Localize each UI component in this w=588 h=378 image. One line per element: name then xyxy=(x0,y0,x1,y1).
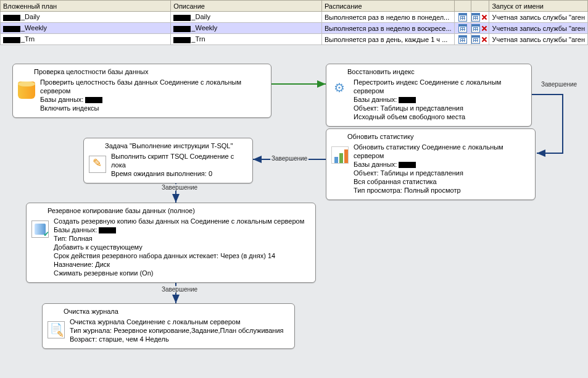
task-line: Вся собранная статистика xyxy=(354,177,529,186)
edge-label: Завершение xyxy=(540,81,578,88)
plan-desc: _Trn xyxy=(191,35,205,43)
plans-grid[interactable]: Вложенный план Описание Расписание Запус… xyxy=(0,0,588,45)
redacted-icon xyxy=(99,227,116,233)
redacted-icon xyxy=(399,97,416,103)
index-icon xyxy=(331,82,349,99)
task-line: Тип просмотра: Полный просмотр xyxy=(354,186,529,195)
task-line: Проверить целостность базы данных Соедин… xyxy=(40,78,265,95)
task-line: Назначение: Диск xyxy=(54,260,309,269)
redacted-icon xyxy=(173,15,191,21)
table-row[interactable]: _Weekly _Weekly Выполняется раз в неделю… xyxy=(1,23,588,34)
sched-text: Выполняется раз в неделю в понедел... xyxy=(321,12,454,23)
task-line: Создать резервную копию базы данных на С… xyxy=(54,217,309,225)
plan-desc: _Weekly xyxy=(191,24,217,32)
plan-desc: _Daily xyxy=(191,13,210,20)
task-line: Базы данных: xyxy=(54,226,97,233)
run-as-text: Учетная запись службы "аген xyxy=(489,34,588,45)
calendar-icon[interactable] xyxy=(458,35,467,44)
col-run-header[interactable]: Запуск от имени xyxy=(489,1,588,12)
task-title: Проверка целостности базы данных xyxy=(34,68,265,75)
delete-icon[interactable] xyxy=(480,35,489,44)
col-desc-header[interactable]: Описание xyxy=(171,1,322,12)
task-line: Базы данных: xyxy=(40,96,83,103)
redacted-icon xyxy=(3,15,20,21)
task-title: Восстановить индекс xyxy=(347,68,525,75)
task-exec-tsql[interactable]: Задача "Выполнение инструкции T-SQL" Вып… xyxy=(83,138,253,183)
task-title: Обновить статистику xyxy=(347,133,529,140)
task-line: Базы данных: xyxy=(354,161,397,168)
script-icon xyxy=(89,156,106,173)
calendar-icon xyxy=(471,24,480,33)
sched-text: Выполняется раз в день, каждые 1 ч ... xyxy=(321,34,454,45)
redacted-icon xyxy=(3,26,20,32)
stats-icon xyxy=(331,146,349,164)
edge-label: Завершение xyxy=(160,286,199,293)
task-rebuild-index[interactable]: Восстановить индекс Перестроить индекс С… xyxy=(326,64,532,127)
plan-name: _Weekly xyxy=(21,24,47,32)
redacted-icon xyxy=(3,37,20,43)
redacted-icon xyxy=(173,26,191,32)
task-line: Исходный объем свободного места xyxy=(354,112,525,121)
calendar-icon xyxy=(471,13,480,22)
table-row[interactable]: _Daily _Daily Выполняется раз в неделю в… xyxy=(1,12,588,23)
plan-name: _Trn xyxy=(21,35,35,43)
edge-label: Завершение xyxy=(270,155,308,162)
delete-icon[interactable] xyxy=(480,24,489,33)
task-backup-full[interactable]: Резервное копирование базы данных (полно… xyxy=(26,203,316,283)
task-check-integrity[interactable]: Проверка целостности базы данных Провери… xyxy=(12,64,271,118)
col-sched-header[interactable]: Расписание xyxy=(321,1,454,12)
delete-icon[interactable] xyxy=(480,13,489,22)
task-title: Резервное копирование базы данных (полно… xyxy=(48,207,309,214)
sched-text: Выполняется раз в неделю в воскресе... xyxy=(321,23,454,34)
task-line: Сжимать резервные копии (On) xyxy=(54,269,309,277)
task-title: Очистка журнала xyxy=(64,308,288,315)
backup-icon xyxy=(31,220,49,238)
plan-name: _Daily xyxy=(21,13,40,20)
cleanup-icon xyxy=(48,321,65,338)
calendar-icon[interactable] xyxy=(458,24,467,33)
task-line: Выполнить скрипт TSQL Соединение с лока xyxy=(111,152,246,169)
database-icon xyxy=(18,82,35,99)
maintenance-plan-canvas[interactable]: Завершение Завершение Завершение Заверше… xyxy=(0,45,588,372)
task-update-stats[interactable]: Обновить статистику Обновить статистику … xyxy=(326,128,536,200)
task-line: Перестроить индекс Соединение с локальны… xyxy=(354,78,525,95)
task-line: Объект: Таблицы и представления xyxy=(354,104,525,112)
task-line: Тип журнала: Резервное копирование,Задан… xyxy=(70,326,288,335)
col-del-header[interactable] xyxy=(471,1,489,12)
col-edit-header[interactable] xyxy=(454,1,471,12)
run-as-text: Учетная запись службы "аген xyxy=(489,12,588,23)
col-plan-header[interactable]: Вложенный план xyxy=(1,1,171,12)
redacted-icon xyxy=(85,97,102,103)
task-line: Добавить к существующему xyxy=(54,243,309,251)
run-as-text: Учетная запись службы "аген xyxy=(489,23,588,34)
redacted-icon xyxy=(173,37,191,43)
task-line: Базы данных: xyxy=(354,96,397,103)
task-line: Очистка журнала Соединение с локальным с… xyxy=(70,317,288,326)
redacted-icon xyxy=(399,162,416,168)
task-history-cleanup[interactable]: Очистка журнала Очистка журнала Соединен… xyxy=(42,303,295,349)
task-line: Тип: Полная xyxy=(54,234,309,243)
task-title: Задача "Выполнение инструкции T-SQL" xyxy=(105,142,246,149)
task-line: Включить индексы xyxy=(40,104,265,112)
task-line: Объект: Таблицы и представления xyxy=(354,169,529,177)
task-line: Время ожидания выполнения: 0 xyxy=(111,169,246,178)
task-line: Возраст: старше, чем 4 Недель xyxy=(70,335,288,343)
calendar-icon[interactable] xyxy=(458,13,467,22)
table-row[interactable]: _Trn _Trn Выполняется раз в день, каждые… xyxy=(1,34,588,45)
task-line: Срок действия резервного набора данных и… xyxy=(54,251,309,260)
edge-label: Завершение xyxy=(160,184,199,191)
task-line: Обновить статистику Соединение с локальн… xyxy=(354,143,529,160)
calendar-icon xyxy=(471,35,480,44)
